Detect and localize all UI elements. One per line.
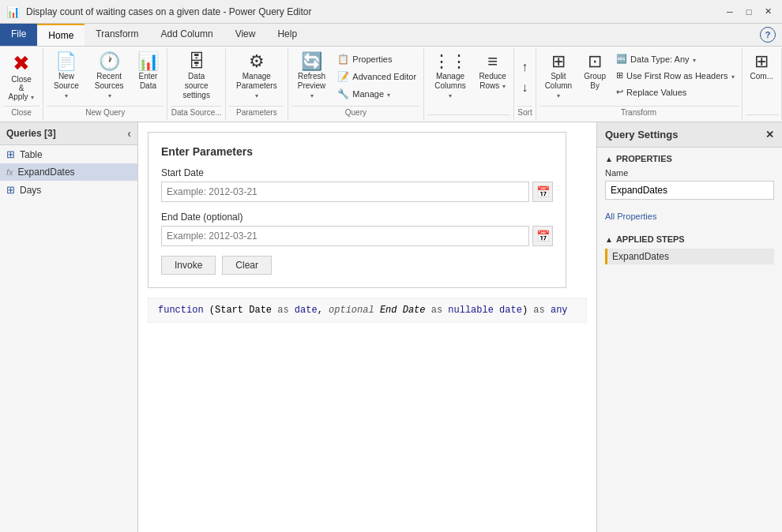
recent-sources-button[interactable]: 🕐 RecentSources ▾ <box>88 50 131 103</box>
first-row-headers-label: Use First Row as Headers ▾ <box>626 71 734 81</box>
start-date-input-row: 📅 <box>161 182 553 202</box>
enter-data-button[interactable]: 📊 EnterData <box>132 50 164 94</box>
close-group-label: Close <box>3 106 39 118</box>
tab-file[interactable]: File <box>0 24 37 46</box>
sidebar-item-label-days: Days <box>20 185 41 196</box>
days-icon: ⊞ <box>6 184 15 196</box>
manage-columns-icon: ⋮⋮ <box>433 53 468 70</box>
end-date-input[interactable] <box>161 226 529 246</box>
refresh-preview-button[interactable]: 🔄 RefreshPreview ▾ <box>291 50 333 103</box>
query-group-label: Query <box>291 106 420 118</box>
end-date-label: End Date (optional) <box>161 212 553 223</box>
recent-sources-label: RecentSources ▾ <box>92 72 126 100</box>
tab-help[interactable]: Help <box>266 24 308 46</box>
transform-group-label: Transform <box>540 106 739 118</box>
title-icon: 📊 <box>6 6 20 18</box>
properties-button[interactable]: 📋 Properties <box>333 51 420 67</box>
clear-button[interactable]: Clear <box>222 256 272 275</box>
close-apply-button[interactable]: ✖ Close &Apply ▾ <box>3 50 39 104</box>
start-date-calendar-button[interactable]: 📅 <box>532 182 553 202</box>
replace-values-button[interactable]: ↩ Replace Values <box>612 84 738 99</box>
manage-label: Manage ▾ <box>352 89 390 99</box>
new-query-group-label: New Query <box>47 106 164 118</box>
sidebar-item-table[interactable]: ⊞ Table <box>0 145 137 163</box>
sort-desc-button[interactable]: ↓ <box>517 78 532 97</box>
tab-home[interactable]: Home <box>37 24 85 46</box>
properties-section-label: PROPERTIES <box>616 154 672 163</box>
main-area: Queries [3] ‹ ⊞ Table fx ExpandDates ⊞ D… <box>0 122 782 532</box>
invoke-button[interactable]: Invoke <box>161 256 216 275</box>
end-date-field: End Date (optional) 📅 <box>161 212 553 246</box>
refresh-preview-icon: 🔄 <box>301 53 322 70</box>
query-settings-close-button[interactable]: ✕ <box>765 129 774 140</box>
help-button[interactable]: ? <box>760 27 776 43</box>
data-type-button[interactable]: 🔤 Data Type: Any ▾ <box>612 51 738 66</box>
sidebar-item-expanddates[interactable]: fx ExpandDates <box>0 163 137 181</box>
data-source-settings-button[interactable]: 🗄 Data sourcesettings <box>171 50 221 103</box>
first-row-headers-button[interactable]: ⊞ Use First Row as Headers ▾ <box>612 68 738 83</box>
group-by-label: GroupBy <box>584 72 606 91</box>
title-text: Display count of waiting cases on a give… <box>26 6 722 17</box>
tab-view[interactable]: View <box>224 24 267 46</box>
refresh-preview-label: RefreshPreview ▾ <box>296 72 328 100</box>
sort-asc-icon: ↑ <box>521 60 528 74</box>
name-label: Name <box>605 168 774 178</box>
properties-icon: 📋 <box>337 54 349 65</box>
formula-bar: function (Start Date as date, optional E… <box>148 298 587 323</box>
ribbon-group-sort: ↑ ↓ Sort <box>514 48 536 120</box>
new-source-button[interactable]: 📄 NewSource ▾ <box>47 50 86 103</box>
combine-button[interactable]: ⊞ Com... <box>746 50 778 84</box>
close-button[interactable]: ✕ <box>760 6 776 18</box>
end-date-input-row: 📅 <box>161 226 553 246</box>
title-bar: 📊 Display count of waiting cases on a gi… <box>0 0 782 24</box>
manage-button[interactable]: 🔧 Manage ▾ <box>333 86 420 102</box>
applied-steps-section-header: ▲ APPLIED STEPS <box>605 234 774 244</box>
name-input[interactable] <box>605 181 774 200</box>
data-type-label: Data Type: Any ▾ <box>630 54 695 64</box>
close-apply-icon: ✖ <box>13 53 30 73</box>
applied-step-label: ExpandDates <box>612 251 669 262</box>
sidebar-item-label-expanddates: ExpandDates <box>18 167 75 178</box>
applied-step-expanddates[interactable]: ExpandDates <box>605 249 774 264</box>
reduce-rows-icon: ≡ <box>487 53 498 70</box>
properties-label: Properties <box>352 54 392 64</box>
properties-arrow-icon: ▲ <box>605 155 613 163</box>
tab-transform[interactable]: Transform <box>85 24 149 46</box>
combine-icon: ⊞ <box>754 53 769 70</box>
ribbon-group-data-source: 🗄 Data sourcesettings Data Source... <box>167 48 225 120</box>
ribbon-group-combine: ⊞ Com... <box>743 48 782 120</box>
all-properties-link[interactable]: All Properties <box>605 212 656 221</box>
manage-parameters-button[interactable]: ⚙ ManageParameters ▾ <box>229 50 284 103</box>
enter-parameters-panel: Enter Parameters Start Date 📅 End Date (… <box>148 132 566 288</box>
sort-asc-button[interactable]: ↑ <box>517 58 532 77</box>
end-date-calendar-button[interactable]: 📅 <box>532 226 553 246</box>
applied-steps-section: ▲ APPLIED STEPS ExpandDates <box>597 228 782 271</box>
enter-data-icon: 📊 <box>137 53 159 70</box>
ribbon-group-query: 🔄 RefreshPreview ▾ 📋 Properties 📝 Advanc… <box>288 48 424 120</box>
first-row-headers-icon: ⊞ <box>616 70 623 81</box>
sidebar-item-days[interactable]: ⊞ Days <box>0 181 137 199</box>
split-column-icon: ⊞ <box>551 53 566 70</box>
group-by-button[interactable]: ⊡ GroupBy <box>579 50 611 94</box>
start-date-input[interactable] <box>161 182 529 202</box>
combine-group-label <box>746 114 778 118</box>
manage-columns-button[interactable]: ⋮⋮ ManageColumns ▾ <box>427 50 473 103</box>
properties-section-header: ▲ PROPERTIES <box>605 154 774 163</box>
sidebar-collapse-button[interactable]: ‹ <box>127 127 131 140</box>
advanced-editor-button[interactable]: 📝 Advanced Editor <box>333 69 420 84</box>
applied-steps-list: ExpandDates <box>605 249 774 264</box>
advanced-editor-icon: 📝 <box>337 71 349 82</box>
split-column-button[interactable]: ⊞ SplitColumn ▾ <box>540 50 577 103</box>
maximize-button[interactable]: □ <box>741 6 757 18</box>
close-apply-label: Close &Apply ▾ <box>8 75 35 101</box>
tab-add-column[interactable]: Add Column <box>150 24 224 46</box>
minimize-button[interactable]: ─ <box>722 6 738 18</box>
reduce-rows-button[interactable]: ≡ ReduceRows ▾ <box>475 50 510 94</box>
split-column-label: SplitColumn ▾ <box>544 72 573 100</box>
manage-columns-label: ManageColumns ▾ <box>432 72 468 100</box>
fx-icon: fx <box>6 167 13 177</box>
query-settings-title: Query Settings <box>605 129 678 140</box>
window-controls: ─ □ ✕ <box>722 6 776 18</box>
ribbon-tabs: File Home Transform Add Column View Help… <box>0 24 782 47</box>
sidebar: Queries [3] ‹ ⊞ Table fx ExpandDates ⊞ D… <box>0 122 138 532</box>
